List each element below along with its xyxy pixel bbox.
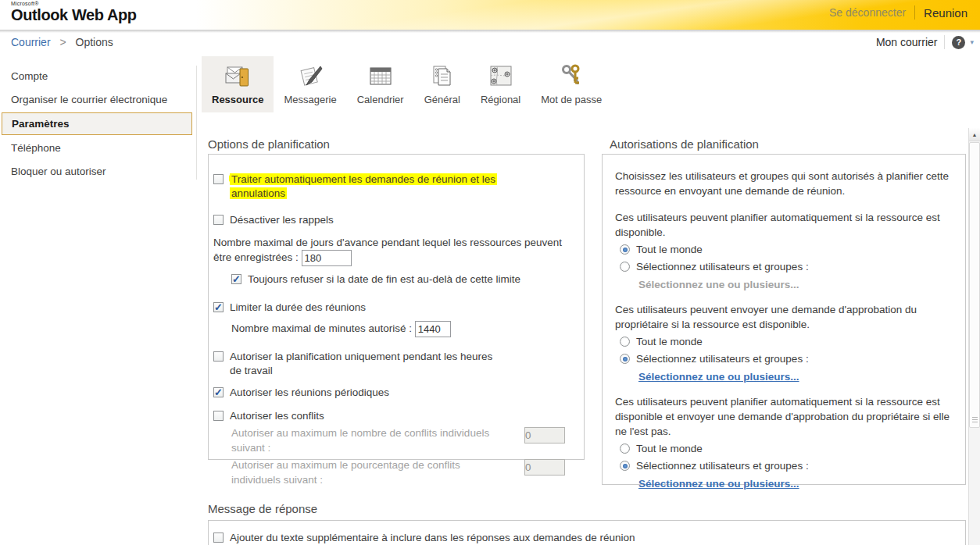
outlook-web-app-logo: Microsoft® Outlook Web App — [11, 1, 137, 23]
permissions-intro: Choisissez les utilisateurs et groupes q… — [615, 169, 951, 198]
sidebar-item-telephone[interactable]: Téléphone — [0, 137, 197, 159]
breadcrumb: Courrier > Options — [11, 36, 113, 48]
outlook-web-app-window: Microsoft® Outlook Web App Se déconnecte… — [0, 0, 980, 545]
everyone-radio[interactable] — [620, 337, 630, 347]
select-users-label[interactable]: Sélectionnez utilisateurs et groupes : — [636, 352, 809, 366]
refuse-beyond-checkbox[interactable] — [231, 274, 241, 284]
mailbox-selector[interactable]: Mon courrier — [876, 36, 938, 48]
header-account-area: Se déconnecter Reunion — [829, 5, 967, 20]
add-text-checkbox[interactable] — [213, 533, 224, 543]
tab-label: Messagerie — [284, 94, 336, 105]
limit-duration-checkbox[interactable] — [213, 302, 224, 312]
breadcrumb-current: Options — [76, 36, 113, 48]
scheduling-permissions-title: Autorisations de planification — [610, 137, 759, 151]
max-conflict-pct-input — [524, 459, 565, 476]
add-text-row: Ajouter du texte supplémentaire à inclur… — [213, 531, 965, 545]
conflicts-row: Autoriser les conflits — [213, 409, 565, 423]
tab-regional[interactable]: Régional — [470, 56, 531, 112]
sidebar-item-compte[interactable]: Compte — [0, 66, 197, 87]
chevron-down-icon[interactable]: ▾ — [970, 38, 974, 46]
resource-icon — [224, 62, 252, 90]
scrollbar-grip — [972, 417, 978, 424]
vertical-scrollbar[interactable]: ▲ — [968, 128, 980, 545]
tab-label: Ressource — [212, 94, 263, 105]
max-minutes-row: Nombre maximal de minutes autorisé : — [231, 321, 565, 337]
conflicts-checkbox[interactable] — [213, 411, 224, 421]
calendar-icon — [367, 62, 395, 90]
select-users-radio[interactable] — [620, 262, 630, 272]
limit-duration-row: Limiter la durée des réunions — [213, 301, 565, 315]
microsoft-brand: Microsoft® — [11, 1, 137, 6]
max-minutes-label: Nombre maximal de minutes autorisé : — [231, 322, 412, 334]
everyone-label[interactable]: Tout le monde — [636, 243, 703, 257]
user-picker-link[interactable]: Sélectionnez une ou plusieurs... — [638, 371, 951, 383]
scrollbar-thumb[interactable] — [969, 142, 980, 428]
messaging-icon — [296, 62, 324, 90]
disable-reminders-label[interactable]: Désactiver les rappels — [230, 213, 334, 227]
breadcrumb-courrier-link[interactable]: Courrier — [11, 36, 51, 48]
everyone-label[interactable]: Tout le monde — [636, 335, 703, 349]
options-navigation: Compte Organiser le courrier électroniqu… — [0, 66, 197, 184]
app-header: Microsoft® Outlook Web App Se déconnecte… — [0, 0, 980, 30]
scheduling-permissions-box: Choisissez les utilisateurs et groupes q… — [602, 154, 966, 485]
sidebar-item-organiser[interactable]: Organiser le courrier électronique — [0, 89, 197, 110]
max-conflict-pct-row: Autoriser au maximum le pourcentage de c… — [231, 458, 565, 487]
user-name-button[interactable]: Reunion — [924, 6, 967, 20]
refuse-beyond-row: Toujours refuser si la date de fin est a… — [231, 272, 565, 287]
select-users-radio[interactable] — [620, 354, 630, 364]
user-picker-link[interactable]: Sélectionnez une ou plusieurs... — [638, 478, 951, 490]
settings-tabs: Ressource Messagerie — [202, 56, 612, 112]
auto-process-label[interactable]: Traiter automatiquement les demandes de … — [230, 173, 502, 201]
header-shadow — [0, 30, 980, 33]
conflicts-label[interactable]: Autoriser les conflits — [230, 409, 324, 423]
sidebar-divider — [196, 66, 197, 180]
select-users-label[interactable]: Sélectionnez utilisateurs et groupes : — [636, 260, 809, 274]
sign-out-link[interactable]: Se déconnecter — [829, 6, 906, 19]
tab-label: Général — [424, 94, 460, 105]
select-users-option-row: Sélectionnez utilisateurs et groupes : — [620, 459, 951, 473]
sidebar-item-bloquer[interactable]: Bloquer ou autoriser — [0, 161, 197, 182]
everyone-radio[interactable] — [620, 443, 630, 454]
booking-window-input[interactable] — [302, 250, 352, 266]
auto-process-row: Traiter automatiquement les demandes de … — [213, 173, 565, 201]
select-users-label[interactable]: Sélectionnez utilisateurs et groupes : — [636, 459, 809, 473]
auto-process-checkbox[interactable] — [213, 174, 224, 184]
password-icon — [557, 62, 585, 90]
tab-label: Régional — [481, 94, 520, 105]
header-divider — [914, 5, 915, 20]
refuse-beyond-label[interactable]: Toujours refuser si la date de fin est a… — [248, 272, 520, 287]
help-icon[interactable]: ? — [952, 36, 965, 49]
tab-calendrier[interactable]: Calendrier — [347, 56, 414, 112]
permission-group-description: Ces utilisateurs peuvent planifier autom… — [615, 210, 951, 240]
limit-duration-label[interactable]: Limiter la durée des réunions — [230, 301, 366, 315]
tab-general[interactable]: Général — [414, 56, 470, 112]
recurring-checkbox[interactable] — [213, 387, 224, 397]
response-message-title: Message de réponse — [208, 502, 317, 515]
max-minutes-input[interactable] — [415, 321, 451, 337]
working-hours-row: Autoriser la planification uniquement pe… — [213, 350, 565, 378]
max-conflicts-row: Autoriser au maximum le nombre de confli… — [231, 426, 565, 455]
tab-label: Mot de passe — [541, 94, 602, 105]
mailbox-divider — [944, 35, 945, 49]
everyone-radio[interactable] — [620, 244, 630, 255]
disable-reminders-row: Désactiver les rappels — [213, 213, 565, 227]
user-picker-link-disabled: Sélectionnez une ou plusieurs... — [638, 279, 951, 290]
everyone-label[interactable]: Tout le monde — [636, 442, 703, 456]
working-hours-checkbox[interactable] — [213, 351, 224, 362]
booking-window-label: Nombre maximal de jours d'avance pendant… — [213, 237, 562, 263]
working-hours-label[interactable]: Autoriser la planification uniquement pe… — [230, 350, 505, 378]
max-conflicts-input — [524, 427, 565, 443]
disable-reminders-checkbox[interactable] — [213, 215, 224, 225]
scheduling-options-box: Traiter automatiquement les demandes de … — [208, 154, 585, 460]
tab-messagerie[interactable]: Messagerie — [274, 56, 346, 112]
recurring-row: Autoriser les réunions périodiques — [213, 386, 565, 400]
tab-mot-de-passe[interactable]: Mot de passe — [531, 56, 612, 112]
max-conflict-pct-label: Autoriser au maximum le pourcentage de c… — [231, 458, 504, 487]
select-users-radio[interactable] — [620, 461, 630, 471]
tab-label: Calendrier — [357, 94, 404, 105]
tab-ressource[interactable]: Ressource — [202, 56, 274, 112]
scroll-up-arrow-icon[interactable]: ▲ — [969, 128, 980, 141]
recurring-label[interactable]: Autoriser les réunions périodiques — [230, 386, 389, 400]
sidebar-item-parametres[interactable]: Paramètres — [2, 112, 192, 135]
add-text-label[interactable]: Ajouter du texte supplémentaire à inclur… — [230, 531, 635, 545]
